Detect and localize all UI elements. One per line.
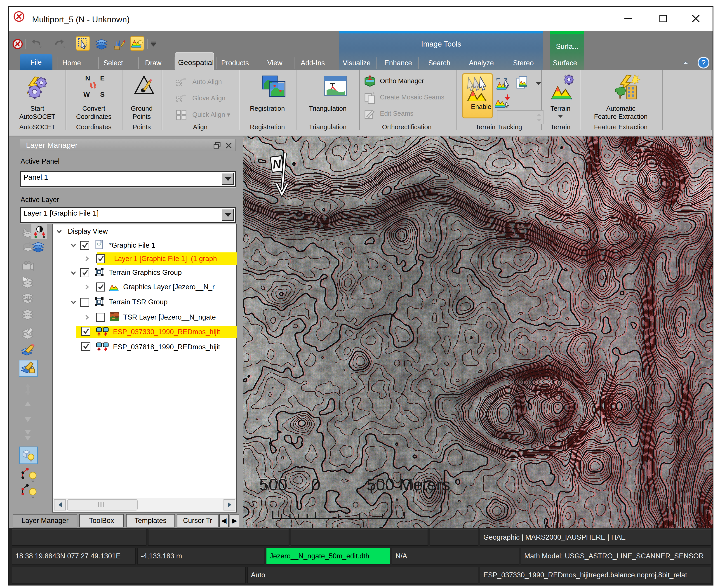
svg-text:500 Meters: 500 Meters bbox=[366, 475, 450, 494]
svg-text:0: 0 bbox=[311, 475, 320, 494]
svg-text:?: ? bbox=[701, 58, 706, 67]
svg-text:W: W bbox=[83, 91, 90, 98]
svg-text:N: N bbox=[85, 75, 90, 82]
svg-text:E: E bbox=[100, 75, 105, 82]
svg-text:S: S bbox=[100, 91, 105, 98]
svg-text:500: 500 bbox=[259, 475, 287, 494]
